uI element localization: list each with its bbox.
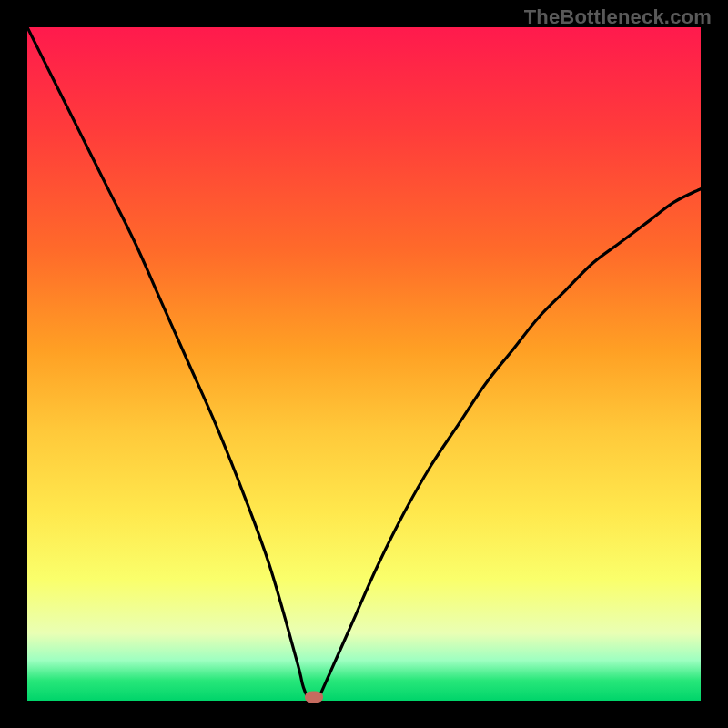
curve-svg bbox=[27, 27, 701, 701]
plot-area bbox=[27, 27, 701, 701]
min-marker bbox=[305, 692, 323, 703]
bottleneck-curve-path bbox=[27, 27, 701, 701]
chart-frame: TheBottleneck.com bbox=[0, 0, 728, 728]
watermark-text: TheBottleneck.com bbox=[524, 5, 712, 29]
